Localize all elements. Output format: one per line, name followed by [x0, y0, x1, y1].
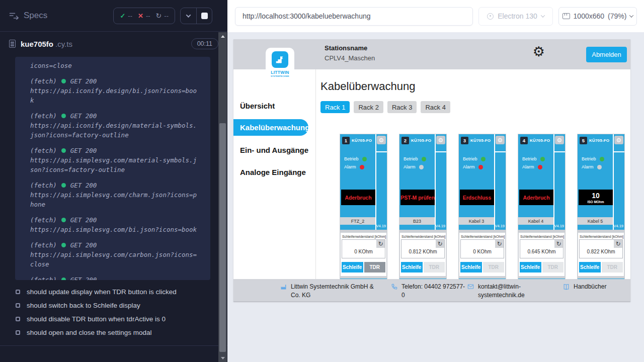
viewport-selector[interactable]: 1000x660 (79%) [558, 7, 637, 26]
check-icon: ✓ [120, 12, 125, 20]
test-list-item[interactable]: should disable TDR button when tdrActive… [0, 312, 227, 326]
schleife-button[interactable]: Schleife [520, 262, 541, 273]
card-right-column [553, 134, 565, 230]
settings-gear-icon[interactable]: ⚙ [533, 45, 545, 58]
resistance-value: 0.822 KOhm [580, 249, 622, 254]
test-list-item[interactable]: should switch back to Schleife display [0, 299, 227, 312]
schleife-button[interactable]: Schleife [401, 262, 423, 273]
betrieb-led-row: Betrieb [463, 156, 486, 161]
test-stats[interactable]: ✓-- ✕-- ↻-- [113, 8, 175, 24]
test-list-item[interactable]: should open and close the settings modal [0, 326, 227, 339]
log-prefix: (fetch) [30, 180, 57, 190]
logout-button[interactable]: Abmelden [586, 47, 627, 62]
card-settings-gear-icon[interactable]: ⚙ [436, 136, 445, 144]
log-entry[interactable]: (fetch) GET 200 https://api.simplesvg.co… [30, 180, 197, 209]
sidebar-nav-item[interactable]: Kabelüberwachung [233, 119, 308, 136]
measurement-section: Schleifenwiderstand [kOhm] ↻ 0.812 KOhm … [399, 232, 446, 277]
footer-manuals[interactable]: Handbücher [562, 283, 606, 291]
status-display-text: Erdschluss [463, 195, 492, 201]
sidebar-nav-item[interactable]: Analoge Eingänge [233, 161, 315, 183]
resistance-label: Schleifenwiderstand [kOhm] [520, 234, 564, 239]
status-display: Aderbruch [519, 190, 553, 205]
schleife-button[interactable]: Schleife [342, 262, 363, 273]
rack-tab[interactable]: Rack 1 [320, 101, 350, 113]
resistance-field: ↻ 0.822 KOhm [579, 239, 623, 258]
url-input[interactable]: http://localhost:3000/kabelueberwachung [235, 7, 473, 26]
resistance-label: Schleifenwiderstand [kOhm] [342, 234, 385, 239]
specs-list-toggle-icon[interactable] [9, 12, 19, 20]
stop-button[interactable] [196, 8, 212, 24]
log-entry[interactable]: (fetch) GET 200 https://api.simplesvg.co… [30, 146, 197, 174]
scrollbar-thumb[interactable] [219, 123, 226, 352]
refresh-button[interactable]: ↻ [554, 240, 563, 248]
scroll-up-arrow-icon[interactable] [218, 33, 227, 39]
tdr-button[interactable]: TDR [542, 262, 564, 273]
log-entry[interactable]: (fetch) GET 200 https://api.iconify.desi… [30, 76, 197, 105]
log-entry[interactable]: icons=close [30, 61, 197, 70]
footer-email[interactable]: kontakt@littwin-systemtechnik.de [467, 283, 529, 300]
rack-tabs: Rack 1 Rack 2 Rack 3 Rack 4 [320, 101, 630, 113]
card-settings-gear-icon[interactable]: ⚙ [496, 136, 505, 144]
app-frame: LITTWIN SYSTEMTECHNIK Stationsname CPLV4… [233, 39, 630, 302]
document-icon [9, 40, 16, 48]
log-entry[interactable]: (fetch) GET 200 https://api.simplesvg.co… [30, 275, 197, 280]
sidebar-nav-item[interactable]: Ein- und Ausgänge [233, 139, 315, 161]
chevron-down-icon [186, 13, 191, 18]
chevron-down-icon [629, 13, 633, 17]
device-card: ⚙ 2 KÜ705-FO Betrieb Alarm PST-M prüfen … [399, 134, 447, 279]
viewport-size: 1000x660 [574, 12, 605, 20]
rack-tab[interactable]: Rack 3 [387, 101, 417, 113]
footer-phone[interactable]: Telefon: 04402 972577-0 [391, 283, 466, 300]
schleife-button[interactable]: Schleife [579, 262, 601, 273]
card-settings-gear-icon[interactable]: ⚙ [614, 136, 623, 144]
status-display: PST-M prüfen [400, 190, 435, 205]
refresh-button[interactable]: ↻ [614, 240, 622, 248]
firmware-version: V4.19 [613, 224, 623, 228]
log-entry[interactable]: (fetch) GET 200 https://api.simplesvg.co… [30, 240, 197, 269]
test-list-item[interactable]: should update display when TDR button is… [0, 285, 227, 299]
schleife-button[interactable]: Schleife [460, 262, 482, 273]
runner-scrollbar[interactable] [218, 32, 227, 362]
tdr-button[interactable]: TDR [602, 262, 623, 273]
scroll-down-arrow-icon[interactable] [218, 355, 227, 361]
refresh-icon: ↻ [378, 240, 383, 247]
log-entry[interactable]: (fetch) GET 200 https://api.iconify.desi… [30, 111, 197, 140]
collapse-button[interactable] [181, 8, 196, 24]
resistance-value: 0.645 KOhm [520, 249, 563, 254]
rack-tab[interactable]: Rack 2 [354, 101, 383, 113]
card-settings-gear-icon[interactable]: ⚙ [377, 136, 386, 144]
tdr-button[interactable]: TDR [424, 262, 445, 273]
alarm-led-row: Alarm [582, 164, 602, 169]
refresh-icon: ↻ [615, 240, 620, 247]
mode-buttons: Schleife TDR [460, 262, 504, 273]
station-info: Stationsname CPLV4_Maschen [325, 44, 375, 62]
footer-company[interactable]: Littwin Systemtechnik GmbH & Co. KG [280, 283, 384, 300]
cable-name: Kabel 5 [578, 217, 613, 225]
station-label: Stationsname [325, 44, 375, 52]
sidebar-nav-item[interactable]: Übersicht [233, 95, 315, 117]
alarm-led-icon [419, 165, 424, 169]
chevron-down-icon [541, 13, 545, 17]
browser-bar: http://localhost:3000/kabelueberwachung … [227, 0, 644, 32]
resistance-field: ↻ 0.645 KOhm [520, 239, 564, 258]
rack-tab-label: Rack 2 [358, 104, 378, 111]
rack-tab[interactable]: Rack 4 [421, 101, 450, 113]
card-settings-gear-icon[interactable]: ⚙ [555, 136, 564, 144]
nav-item-label: Analoge Eingänge [240, 168, 306, 176]
spec-file-row[interactable]: kue705fo .cy.ts 00:11 [0, 32, 227, 56]
log-url: https://api.iconify.design/bi.json?icons… [30, 86, 197, 105]
tdr-button[interactable]: TDR [483, 262, 505, 273]
alarm-led-row: Alarm [404, 164, 424, 169]
refresh-button[interactable]: ↻ [436, 240, 444, 248]
alarm-led-row: Alarm [463, 164, 483, 169]
refresh-button[interactable]: ↻ [376, 240, 385, 248]
tdr-button[interactable]: TDR [364, 262, 386, 273]
log-status: GET 200 [70, 146, 97, 155]
refresh-button[interactable]: ↻ [495, 240, 504, 248]
firmware-version: V4.19 [435, 224, 445, 228]
log-entry[interactable]: (fetch) GET 200 https://api.simplesvg.co… [30, 215, 197, 234]
browser-selector[interactable]: Electron 130 [478, 7, 553, 26]
alarm-label: Alarm [582, 164, 594, 169]
browser-name: Electron 130 [498, 12, 537, 20]
alarm-led-row: Alarm [522, 164, 542, 169]
